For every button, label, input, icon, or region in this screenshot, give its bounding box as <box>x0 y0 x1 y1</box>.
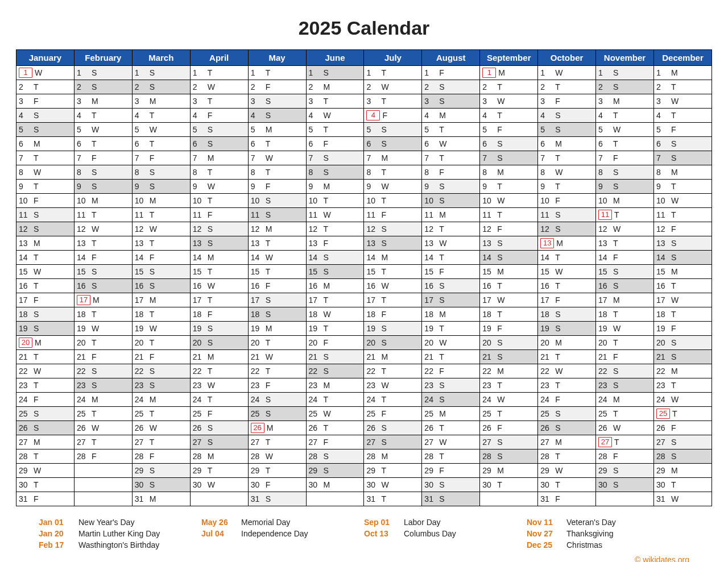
day-number: 8 <box>424 168 439 177</box>
weekday-letter: S <box>613 267 651 276</box>
day-number: 7 <box>309 153 324 163</box>
day-cell: 9T <box>538 180 596 194</box>
day-cell: 25T <box>653 407 712 421</box>
weekday-letter: M <box>150 494 188 503</box>
day-cell: 24S <box>248 393 306 407</box>
day-cell: 6W <box>422 137 480 151</box>
day-number: 27 <box>77 438 92 447</box>
weekday-letter: T <box>34 253 72 262</box>
weekday-letter: W <box>381 82 419 91</box>
weekday-letter: S <box>324 253 362 262</box>
day-number: 25 <box>19 409 34 418</box>
weekday-letter: W <box>555 168 593 177</box>
day-number: 28 <box>309 452 324 461</box>
day-cell: 2M <box>306 80 364 94</box>
day-cell: 7T <box>422 151 480 165</box>
day-number: 28 <box>193 452 208 461</box>
day-cell: 12W <box>74 222 132 236</box>
day-cell: 15S <box>132 265 190 279</box>
day-number: 18 <box>598 310 613 319</box>
day-number: 25 <box>598 409 613 418</box>
day-cell: 12F <box>480 222 538 236</box>
day-cell: 29T <box>190 464 248 478</box>
day-cell: 12M <box>248 222 306 236</box>
day-cell: 28T <box>538 449 596 464</box>
weekday-letter: T <box>208 395 246 404</box>
day-number: 18 <box>540 310 555 319</box>
day-number: 26 <box>540 423 555 432</box>
weekday-letter: T <box>497 310 535 319</box>
weekday-letter: M <box>34 139 72 148</box>
day-number: 17 <box>656 295 671 305</box>
weekday-letter: T <box>439 153 477 163</box>
day-cell: 19W <box>132 322 190 336</box>
day-cell: 19F <box>480 322 538 336</box>
day-cell: 29T <box>248 464 306 478</box>
weekday-letter: W <box>555 68 593 77</box>
day-number: 16 <box>366 281 381 290</box>
weekday-letter: T <box>555 281 593 290</box>
day-number: 29 <box>656 466 671 475</box>
weekday-letter: S <box>34 111 72 120</box>
day-cell: 13S <box>190 236 248 251</box>
weekday-letter: T <box>671 480 709 489</box>
day-cell: 31T <box>364 492 422 506</box>
weekday-letter: S <box>555 423 593 432</box>
day-number: 6 <box>540 139 555 148</box>
weekday-letter: S <box>150 381 188 390</box>
day-cell: 28T <box>422 449 480 464</box>
day-number: 2 <box>193 82 208 91</box>
day-cell: 20F <box>306 336 364 350</box>
day-number: 24 <box>540 395 555 404</box>
day-number: 13 <box>193 239 208 248</box>
weekday-letter: T <box>34 452 72 461</box>
day-cell: 2S <box>132 80 190 94</box>
day-number: 11 <box>656 210 671 219</box>
day-cell: 20W <box>422 336 480 350</box>
weekday-letter: F <box>381 409 419 418</box>
weekday-letter: T <box>92 409 130 418</box>
day-number: 5 <box>540 125 555 134</box>
day-cell: 12S <box>190 222 248 236</box>
weekday-letter: S <box>92 82 130 91</box>
weekday-letter: T <box>614 438 651 447</box>
day-cell: 23W <box>190 378 248 393</box>
holiday-name: Memorial Day <box>241 518 290 527</box>
weekday-letter: F <box>439 466 477 475</box>
weekday-letter: S <box>671 239 709 248</box>
day-number: 25 <box>193 409 208 418</box>
day-number: 17 <box>135 295 150 305</box>
day-cell: 10T <box>306 194 364 208</box>
day-number: 5 <box>19 125 34 134</box>
day-cell: 13F <box>306 236 364 251</box>
day-cell: 31F <box>538 492 596 506</box>
day-number: 28 <box>19 452 34 461</box>
day-number: 18 <box>77 310 92 319</box>
day-number: 4 <box>135 111 150 120</box>
day-number: 28 <box>656 452 671 461</box>
weekday-letter: M <box>671 267 709 276</box>
weekday-letter: M <box>556 239 593 248</box>
day-cell: 13S <box>653 236 712 251</box>
day-cell: 16F <box>248 279 306 293</box>
month-header-july: July <box>364 50 422 66</box>
day-cell: 17T <box>306 293 364 307</box>
weekday-letter: W <box>381 381 419 390</box>
weekday-letter: F <box>671 324 709 333</box>
day-number: 14 <box>598 253 613 262</box>
day-cell: 23T <box>653 378 712 393</box>
holiday-name: New Year's Day <box>78 518 134 527</box>
weekday-letter: M <box>439 111 477 120</box>
day-cell: 15W <box>16 265 75 279</box>
day-number: 21 <box>19 352 34 361</box>
day-number: 2 <box>540 82 555 91</box>
weekday-letter: F <box>381 210 419 219</box>
day-cell: 16T <box>538 279 596 293</box>
weekday-letter: T <box>439 352 477 361</box>
day-number: 27 <box>193 438 208 447</box>
day-number: 28 <box>135 452 150 461</box>
weekday-letter: W <box>266 253 304 262</box>
day-cell: 26S <box>190 421 248 435</box>
day-number: 7 <box>656 153 671 163</box>
weekday-letter: S <box>555 409 593 418</box>
